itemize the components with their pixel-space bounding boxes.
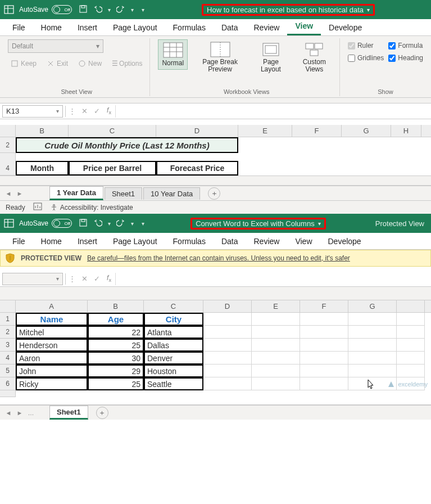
sheet-nav-next-icon[interactable]: ► (15, 190, 25, 197)
undo-dropdown-icon[interactable]: ▾ (108, 220, 111, 227)
cell[interactable]: Henderson (16, 339, 88, 352)
cell[interactable]: Houston (144, 364, 203, 377)
file-title-2[interactable]: Convert Word to Excel with Columns ▾ (190, 218, 325, 230)
row-header[interactable]: 6 (0, 377, 16, 390)
row-header[interactable]: 5 (0, 364, 16, 377)
new-button[interactable]: New (75, 58, 105, 69)
col-header[interactable]: F (292, 125, 342, 137)
tab-formulas[interactable]: Formulas (165, 20, 214, 35)
undo-icon[interactable] (93, 218, 102, 229)
cell[interactable]: 30 (88, 352, 144, 364)
stats-icon[interactable] (33, 202, 42, 212)
cell[interactable]: 25 (88, 339, 144, 352)
tab-view[interactable]: View (287, 18, 321, 35)
cell[interactable] (348, 352, 397, 364)
cell[interactable] (252, 326, 300, 339)
page-layout-button[interactable]: Page Layout (252, 39, 289, 75)
col-header[interactable]: E (238, 125, 292, 137)
sheet-tab[interactable]: 1 Year Data (49, 186, 103, 200)
cell[interactable]: City (144, 313, 203, 326)
cell[interactable] (203, 313, 252, 326)
file-title-1[interactable]: How to forecast in excel based on histor… (202, 4, 375, 16)
cell[interactable] (300, 313, 348, 326)
tab-developer[interactable]: Develope (321, 20, 370, 35)
tab-data[interactable]: Data (214, 233, 246, 249)
tab-page-layout[interactable]: Page Layout (105, 20, 165, 35)
table-header[interactable]: Forecast Price (156, 161, 238, 176)
row-header[interactable]: 4 (0, 161, 16, 176)
autosave-control[interactable]: AutoSave Off (19, 5, 72, 14)
headings-checkbox[interactable]: Heading (388, 54, 423, 62)
sheet-nav-prev-icon[interactable]: ◄ (3, 410, 13, 416)
row-header[interactable]: 4 (0, 352, 16, 364)
tab-formulas[interactable]: Formulas (165, 233, 214, 249)
cell[interactable]: 25 (88, 377, 144, 390)
cell[interactable] (397, 364, 425, 377)
row-header[interactable]: 2 (0, 326, 16, 339)
redo-icon[interactable] (116, 4, 125, 15)
cell[interactable]: Dallas (144, 339, 203, 352)
col-header[interactable]: D (203, 300, 252, 312)
save-icon[interactable] (79, 218, 88, 229)
options-button[interactable]: ☰Options (109, 58, 145, 69)
check-icon[interactable]: ✓ (90, 274, 103, 283)
cell[interactable] (252, 377, 300, 390)
fx-icon[interactable]: fx (103, 274, 115, 283)
cell[interactable] (397, 352, 425, 364)
col-header[interactable]: E (252, 300, 300, 312)
tab-developer[interactable]: Develope (320, 233, 369, 249)
cell[interactable]: Denver (144, 352, 203, 364)
col-header[interactable]: B (16, 125, 69, 137)
col-header[interactable]: H (391, 125, 421, 137)
normal-view-button[interactable]: Normal (158, 39, 188, 70)
cell[interactable] (252, 313, 300, 326)
redo-dropdown-icon[interactable]: ▾ (131, 220, 134, 227)
accessibility-status[interactable]: Accessibility: Investigate (50, 204, 133, 212)
table-header[interactable]: Month (16, 161, 69, 176)
cell[interactable]: Age (88, 313, 144, 326)
custom-views-button[interactable]: Custom Views (294, 39, 335, 75)
undo-icon[interactable] (93, 4, 102, 15)
sheet-view-dropdown[interactable]: Default▾ (8, 39, 103, 53)
sheet-tab[interactable]: 10 Year Data (143, 187, 200, 200)
cell[interactable] (203, 339, 252, 352)
redo-dropdown-icon[interactable]: ▾ (131, 7, 134, 13)
qat-customize-icon[interactable]: ▾ (142, 7, 144, 13)
keep-button[interactable]: Keep (8, 58, 39, 69)
tab-page-layout[interactable]: Page Layout (105, 233, 165, 249)
col-header[interactable] (397, 300, 425, 312)
cell[interactable]: 29 (88, 364, 144, 377)
cell[interactable] (300, 364, 348, 377)
cell[interactable]: Mitchel (16, 326, 88, 339)
cell[interactable] (300, 377, 348, 390)
tab-insert[interactable]: Insert (70, 233, 105, 249)
autosave-toggle-icon[interactable]: Off (52, 5, 72, 14)
tab-file[interactable]: File (4, 233, 33, 249)
cell[interactable] (203, 377, 252, 390)
formula-input[interactable] (115, 105, 431, 118)
cell[interactable]: Seattle (144, 377, 203, 390)
select-all-corner[interactable] (0, 125, 16, 137)
formula-input[interactable] (115, 273, 431, 285)
cell[interactable] (397, 326, 425, 339)
tab-view[interactable]: View (287, 233, 320, 249)
cell[interactable] (348, 339, 397, 352)
col-header[interactable]: C (144, 300, 203, 312)
cell[interactable] (300, 339, 348, 352)
cell[interactable]: John (16, 364, 88, 377)
sheet-nav-more-icon[interactable]: … (26, 410, 36, 416)
row-header[interactable]: 2 (0, 137, 16, 153)
cell[interactable] (203, 352, 252, 364)
select-all-corner[interactable] (0, 300, 16, 312)
col-header[interactable]: D (156, 125, 238, 137)
sheet-nav-next-icon[interactable]: ► (15, 410, 25, 416)
redo-icon[interactable] (116, 218, 125, 229)
fx-icon[interactable]: fx (103, 106, 115, 115)
tab-data[interactable]: Data (214, 20, 246, 35)
page-break-preview-button[interactable]: Page Break Preview (192, 39, 248, 75)
grid-1[interactable]: B C D E F G H 2 Crude Oil Monthly Price … (0, 125, 431, 186)
col-header[interactable]: A (16, 300, 88, 312)
cell[interactable]: 22 (88, 326, 144, 339)
grid-2[interactable]: A B C D E F G 1NameAgeCity2Mitchel22Atla… (0, 300, 431, 405)
cell[interactable] (252, 364, 300, 377)
